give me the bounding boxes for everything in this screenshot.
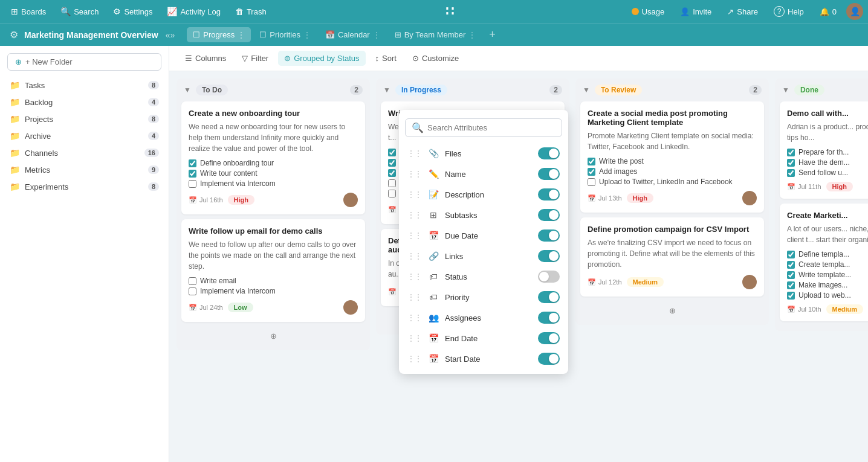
nav-activity-log[interactable]: 📈 Activity Log <box>161 4 226 19</box>
checklist-checkbox[interactable] <box>787 251 795 258</box>
attr-item-priority[interactable]: ⋮⋮ 🏷 Priority <box>399 287 568 307</box>
sidebar-item-tasks[interactable]: 📁 Tasks 8 <box>0 77 169 94</box>
sort-icon: ↕ <box>375 54 380 63</box>
tab-priorities[interactable]: ☐ Priorities ⋮ <box>253 27 317 42</box>
attr-item-name[interactable]: ⋮⋮ ✏️ Name <box>399 164 568 184</box>
checklist-checkbox[interactable] <box>787 292 795 300</box>
add-view-button[interactable]: + <box>485 27 499 42</box>
add-card-to-review[interactable]: ⊕ <box>580 301 764 320</box>
nav-share[interactable]: ↗ Share <box>721 5 764 19</box>
attr-item-files[interactable]: ⋮⋮ 📎 Files <box>399 143 568 164</box>
attr-item-status[interactable]: ⋮⋮ 🏷 Status <box>399 266 568 287</box>
settings-icon: ⚙ <box>113 7 121 16</box>
checklist-checkbox[interactable] <box>787 159 795 167</box>
checklist-checkbox[interactable] <box>787 261 795 269</box>
checklist-checkbox[interactable] <box>189 277 196 285</box>
toggle-end-date[interactable] <box>538 332 560 344</box>
help-icon: ? <box>774 6 785 17</box>
toggle-subtasks[interactable] <box>538 209 560 221</box>
sidebar-item-projects[interactable]: 📁 Projects 8 <box>0 111 169 127</box>
card-create-onboarding[interactable]: Create a new onboarding tour We need a n… <box>181 101 365 214</box>
attr-item-end-date[interactable]: ⋮⋮ 📅 End Date <box>399 328 568 348</box>
toggle-start-date[interactable] <box>538 353 560 365</box>
toggle-description[interactable] <box>538 188 560 201</box>
checklist-checkbox[interactable] <box>388 190 396 197</box>
nav-settings[interactable]: ⚙ Settings <box>107 4 158 19</box>
nav-search[interactable]: 🔍 Search <box>54 4 105 19</box>
toggle-files[interactable] <box>538 147 560 159</box>
nav-notifications[interactable]: 🔔 0 <box>814 5 843 19</box>
checklist-checkbox[interactable] <box>189 159 196 167</box>
sidebar-item-backlog[interactable]: 📁 Backlog 4 <box>0 94 169 111</box>
to-review-chevron-icon[interactable]: ▼ <box>583 86 590 94</box>
tab-team-options-icon[interactable]: ⋮ <box>468 31 476 39</box>
attr-item-start-date[interactable]: ⋮⋮ 📅 Start Date <box>399 348 568 369</box>
checklist-checkbox[interactable] <box>588 178 595 186</box>
view-settings-button[interactable]: ⚙ <box>7 27 21 43</box>
checklist-checkbox[interactable] <box>787 149 795 156</box>
attr-item-assignees[interactable]: ⋮⋮ 👥 Assignees <box>399 307 568 328</box>
user-avatar[interactable]: 👤 <box>846 3 863 20</box>
attr-item-due-date[interactable]: ⋮⋮ 📅 Due Date <box>399 225 568 246</box>
nav-usage[interactable]: Usage <box>626 5 671 19</box>
checklist-checkbox[interactable] <box>189 170 196 178</box>
checklist-checkbox[interactable] <box>787 169 795 177</box>
checklist-checkbox[interactable] <box>388 159 396 167</box>
card-create-marketing[interactable]: Create Marketi... A lot of our users... … <box>780 204 868 321</box>
sidebar-item-channels[interactable]: 📁 Channels 16 <box>0 144 169 161</box>
grouped-by-status-button[interactable]: ⊜ Grouped by Status <box>278 51 365 66</box>
add-card-todo[interactable]: ⊕ <box>181 327 365 345</box>
tab-priorities-options-icon[interactable]: ⋮ <box>303 31 311 39</box>
checklist-checkbox[interactable] <box>388 169 396 177</box>
sidebar-item-metrics[interactable]: 📁 Metrics 9 <box>0 161 169 178</box>
attr-item-links[interactable]: ⋮⋮ 🔗 Links <box>399 246 568 266</box>
checklist-checkbox[interactable] <box>588 168 595 176</box>
backlog-folder-icon: 📁 <box>10 97 20 107</box>
columns-button[interactable]: ☰ Columns <box>179 51 232 66</box>
checklist-checkbox[interactable] <box>787 281 795 289</box>
tab-calendar-options-icon[interactable]: ⋮ <box>373 31 380 39</box>
card-social-media[interactable]: Create a social media post promoting Mar… <box>580 101 764 213</box>
checklist-item: Upload to web... <box>787 291 868 300</box>
card-demo-call[interactable]: Demo call with... Adrian is a product...… <box>780 101 868 199</box>
done-chevron-icon[interactable]: ▼ <box>782 86 789 94</box>
sidebar-item-archive[interactable]: 📁 Archive 4 <box>0 127 169 144</box>
nav-trash[interactable]: 🗑 Trash <box>229 4 273 19</box>
checklist-checkbox[interactable] <box>787 271 795 279</box>
sidebar-item-experiments[interactable]: 📁 Experiments 8 <box>0 178 169 195</box>
nav-invite[interactable]: 👤 Invite <box>674 5 717 19</box>
card-csv-promotion[interactable]: Define promotion campaign for CSV Import… <box>580 217 764 297</box>
filter-button[interactable]: ▽ Filter <box>236 51 274 66</box>
tab-by-team-member[interactable]: ⊞ By Team Member ⋮ <box>389 27 482 42</box>
card-follow-up-email[interactable]: Write follow up email for demo calls We … <box>181 219 365 322</box>
toggle-status[interactable] <box>538 271 560 283</box>
toggle-name[interactable] <box>538 168 560 180</box>
toggle-links[interactable] <box>538 250 560 262</box>
toggle-due-date[interactable] <box>538 229 560 242</box>
collapse-sidebar-button[interactable]: «» <box>162 29 179 41</box>
checklist-checkbox[interactable] <box>189 180 196 188</box>
toggle-assignees[interactable] <box>538 312 560 324</box>
checklist-checkbox[interactable] <box>388 179 396 187</box>
nav-boards[interactable]: ⊞ Boards <box>5 4 52 19</box>
card-date: 📅Jul 16th <box>189 196 223 204</box>
usage-dot-icon <box>632 8 639 15</box>
columns-label: Columns <box>195 54 226 63</box>
checklist-checkbox[interactable] <box>189 287 196 295</box>
nav-help[interactable]: ? Help <box>768 4 810 19</box>
tab-progress-options-icon[interactable]: ⋮ <box>238 31 245 39</box>
new-folder-button[interactable]: ⊕ + New Folder <box>7 53 161 71</box>
priority-tag: Low <box>228 303 253 312</box>
search-attributes-input[interactable] <box>427 123 555 132</box>
attr-item-subtasks[interactable]: ⋮⋮ ⊞ Subtasks <box>399 205 568 225</box>
checklist-checkbox[interactable] <box>388 149 396 156</box>
toggle-priority[interactable] <box>538 291 560 303</box>
checklist-checkbox[interactable] <box>588 158 595 165</box>
tab-progress[interactable]: ☐ Progress ⋮ <box>187 27 251 42</box>
customize-button[interactable]: ⊙ Customize <box>406 51 465 66</box>
attr-item-description[interactable]: ⋮⋮ 📝 Description <box>399 184 568 205</box>
tab-calendar[interactable]: 📅 Calendar ⋮ <box>319 27 386 42</box>
in-progress-chevron-icon[interactable]: ▼ <box>383 86 390 94</box>
sort-button[interactable]: ↕ Sort <box>369 51 403 66</box>
todo-chevron-icon[interactable]: ▼ <box>184 86 191 94</box>
